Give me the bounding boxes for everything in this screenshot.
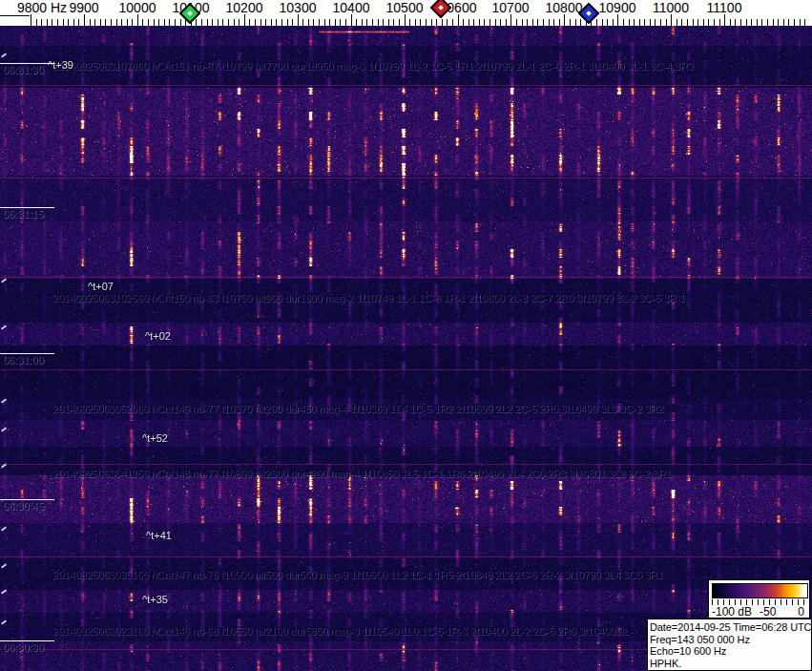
ruler-minor-tick: [788, 19, 789, 26]
event-time-mark: ^t+41: [146, 530, 172, 541]
ruler-minor-tick: [196, 19, 197, 26]
ruler-minor-tick: [164, 19, 165, 26]
ruler-minor-tick: [773, 19, 774, 26]
ruler-major-tick: [244, 14, 245, 26]
ruler-minor-tick: [158, 19, 159, 26]
event-detection-text: 20140925063052060 hCnt149 nb-77 f10370 h…: [52, 403, 663, 414]
event-detection-text: 20140925063035160 hCnt147 nb-76 f10900 h…: [52, 569, 663, 580]
ruler-minor-tick: [260, 19, 261, 26]
info-station: HPHK.: [650, 658, 809, 670]
ruler-minor-tick: [431, 19, 432, 26]
ruler-minor-tick: [201, 19, 202, 26]
ruler-minor-tick: [271, 19, 272, 26]
ruler-minor-tick: [36, 19, 37, 26]
ruler-minor-tick: [372, 19, 373, 26]
ruler-minor-tick: [757, 19, 758, 26]
time-label: 06:30:45: [3, 500, 44, 512]
event-time-mark: ^t+02: [145, 330, 171, 342]
ruler-minor-tick: [549, 19, 550, 26]
ruler-minor-tick: [708, 19, 709, 26]
ruler-minor-tick: [90, 19, 91, 26]
ruler-minor-tick: [127, 19, 128, 26]
event-time-mark: ^t+52: [142, 432, 168, 444]
ruler-minor-tick: [116, 19, 117, 26]
time-label: 06:31:15: [3, 208, 44, 220]
ruler-major-tick: [458, 14, 459, 26]
ruler-minor-tick: [276, 19, 277, 26]
ruler-minor-tick: [607, 19, 608, 26]
ruler-minor-tick: [644, 19, 645, 26]
ruler-minor-tick: [169, 19, 170, 26]
ruler-minor-tick: [543, 19, 544, 26]
ruler-minor-tick: [570, 19, 571, 26]
ruler-minor-tick: [602, 19, 603, 26]
ruler-minor-tick: [532, 19, 533, 26]
ruler-minor-tick: [740, 19, 741, 26]
ruler-minor-tick: [693, 19, 694, 26]
ruler-minor-tick: [302, 19, 303, 26]
ruler-minor-tick: [57, 19, 58, 26]
ruler-minor-tick: [329, 19, 330, 26]
ruler-minor-tick: [415, 19, 416, 26]
ruler-minor-tick: [516, 19, 517, 26]
ruler-minor-tick: [378, 19, 379, 26]
ruler-minor-tick: [468, 19, 469, 26]
ruler-minor-tick: [452, 19, 453, 26]
ruler-minor-tick: [234, 19, 235, 26]
colorbar-tick: [792, 599, 793, 605]
colorbar-label-max: 0: [798, 605, 804, 619]
frequency-tick-label: 11100: [681, 0, 767, 15]
colorbar-label-min: -100 dB: [712, 605, 752, 619]
ruler-minor-tick: [559, 19, 560, 26]
ruler-major-tick: [617, 14, 618, 26]
ruler-minor-tick: [132, 19, 133, 26]
ruler-minor-tick: [436, 19, 437, 26]
ruler-baseline: [0, 15, 30, 16]
ruler-minor-tick: [340, 19, 341, 26]
ruler-major-tick: [351, 14, 352, 26]
time-label: 06:31:00: [3, 354, 44, 366]
ruler-minor-tick: [148, 19, 149, 26]
ruler-minor-tick: [399, 19, 400, 26]
ruler-minor-tick: [442, 19, 443, 26]
ruler-minor-tick: [63, 19, 64, 26]
ruler-minor-tick: [313, 19, 314, 26]
ruler-minor-tick: [345, 19, 346, 26]
ruler-minor-tick: [623, 19, 624, 26]
ruler-minor-tick: [154, 19, 155, 26]
ruler-minor-tick: [761, 19, 762, 26]
info-date-time: Date=2014-09-25 Time=06:28 UTC: [650, 621, 809, 634]
ruler-minor-tick: [78, 19, 79, 26]
ruler-minor-tick: [100, 19, 101, 26]
ruler-minor-tick: [420, 19, 421, 26]
ruler-minor-tick: [52, 19, 52, 26]
ruler-minor-tick: [73, 19, 74, 26]
ruler-major-tick: [84, 14, 85, 26]
ruler-minor-tick: [613, 19, 614, 26]
info-frequency: Freq=143 050 000 Hz: [650, 634, 809, 646]
ruler-minor-tick: [335, 19, 336, 26]
colorbar-tick: [781, 599, 781, 605]
spectrogram-app: 9800 Hz990010000101001020010300104001050…: [0, 0, 812, 671]
ruler-minor-tick: [778, 19, 779, 26]
ruler-minor-tick: [506, 19, 507, 26]
ruler-major-tick: [671, 14, 672, 26]
ruler-minor-tick: [393, 19, 394, 26]
colorbar-label-mid: -50: [760, 605, 776, 619]
marker-green-center-dot: [187, 10, 193, 16]
ruler-minor-tick: [714, 19, 715, 26]
ruler-minor-tick: [447, 19, 448, 26]
ruler-minor-tick: [281, 19, 282, 26]
ruler-minor-tick: [308, 19, 309, 26]
ruler-major-tick: [564, 14, 565, 26]
event-detection-text: 20140925063102560 hCnt150 nb-63 f10750 h…: [52, 292, 685, 304]
colorbar-tick: [752, 599, 753, 605]
ruler-minor-tick: [142, 19, 143, 26]
ruler-minor-tick: [105, 19, 106, 26]
ruler-minor-tick: [212, 19, 213, 26]
ruler-minor-tick: [324, 19, 325, 26]
ruler-minor-tick: [681, 19, 682, 26]
ruler-minor-tick: [222, 19, 223, 26]
ruler-major-tick: [510, 14, 511, 26]
time-label: 06:31:30: [3, 64, 44, 75]
